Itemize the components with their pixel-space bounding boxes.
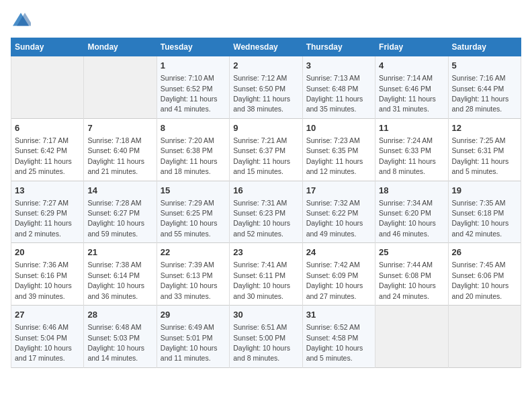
day-number: 16 [233,185,298,197]
day-info: Sunrise: 6:52 AM Sunset: 4:58 PM Dayligh… [306,323,363,362]
calendar-cell: 17Sunrise: 7:32 AM Sunset: 6:22 PM Dayli… [302,181,375,243]
calendar-cell: 15Sunrise: 7:29 AM Sunset: 6:25 PM Dayli… [157,181,229,243]
day-info: Sunrise: 7:41 AM Sunset: 6:11 PM Dayligh… [233,261,290,300]
week-row-4: 27Sunrise: 6:46 AM Sunset: 5:04 PM Dayli… [11,306,521,368]
day-number: 5 [452,60,517,72]
day-header-saturday: Saturday [448,38,521,56]
day-number: 2 [233,60,298,72]
day-number: 7 [87,122,152,134]
calendar-cell: 3Sunrise: 7:13 AM Sunset: 6:48 PM Daylig… [302,56,375,119]
day-header-friday: Friday [375,38,448,56]
day-number: 20 [15,246,80,259]
day-number: 25 [379,246,444,259]
day-info: Sunrise: 7:39 AM Sunset: 6:13 PM Dayligh… [161,261,218,300]
day-number: 23 [233,246,298,259]
calendar-cell: 11Sunrise: 7:24 AM Sunset: 6:33 PM Dayli… [375,118,448,181]
day-number: 18 [379,185,444,197]
day-number: 10 [306,122,371,134]
calendar-cell: 9Sunrise: 7:21 AM Sunset: 6:37 PM Daylig… [230,118,302,181]
day-info: Sunrise: 7:32 AM Sunset: 6:22 PM Dayligh… [306,199,363,238]
calendar-cell: 8Sunrise: 7:20 AM Sunset: 6:38 PM Daylig… [157,118,229,181]
calendar-cell [375,306,448,368]
calendar-cell: 21Sunrise: 7:38 AM Sunset: 6:14 PM Dayli… [84,243,157,306]
calendar-cell: 6Sunrise: 7:17 AM Sunset: 6:42 PM Daylig… [11,118,84,181]
day-info: Sunrise: 6:51 AM Sunset: 5:00 PM Dayligh… [233,323,290,362]
calendar-cell: 23Sunrise: 7:41 AM Sunset: 6:11 PM Dayli… [230,243,302,306]
day-info: Sunrise: 7:36 AM Sunset: 6:16 PM Dayligh… [15,261,72,300]
calendar-cell: 16Sunrise: 7:31 AM Sunset: 6:23 PM Dayli… [230,181,302,243]
calendar-cell: 26Sunrise: 7:45 AM Sunset: 6:06 PM Dayli… [448,243,521,306]
calendar-table: SundayMondayTuesdayWednesdayThursdayFrid… [11,38,521,368]
calendar-cell: 1Sunrise: 7:10 AM Sunset: 6:52 PM Daylig… [157,56,229,119]
day-info: Sunrise: 6:48 AM Sunset: 5:03 PM Dayligh… [87,323,144,362]
calendar-cell: 30Sunrise: 6:51 AM Sunset: 5:00 PM Dayli… [230,306,302,368]
day-info: Sunrise: 7:14 AM Sunset: 6:46 PM Dayligh… [379,74,436,113]
calendar-cell: 19Sunrise: 7:35 AM Sunset: 6:18 PM Dayli… [448,181,521,243]
calendar-cell: 29Sunrise: 6:49 AM Sunset: 5:01 PM Dayli… [157,306,229,368]
day-info: Sunrise: 7:13 AM Sunset: 6:48 PM Dayligh… [306,74,363,113]
week-row-1: 6Sunrise: 7:17 AM Sunset: 6:42 PM Daylig… [11,118,521,181]
day-number: 8 [161,122,226,134]
calendar-cell: 18Sunrise: 7:34 AM Sunset: 6:20 PM Dayli… [375,181,448,243]
day-info: Sunrise: 7:42 AM Sunset: 6:09 PM Dayligh… [306,261,363,300]
calendar-cell: 2Sunrise: 7:12 AM Sunset: 6:50 PM Daylig… [230,56,302,119]
day-number: 27 [15,309,80,321]
day-info: Sunrise: 7:31 AM Sunset: 6:23 PM Dayligh… [233,199,290,238]
calendar-cell: 28Sunrise: 6:48 AM Sunset: 5:03 PM Dayli… [84,306,157,368]
day-number: 3 [306,60,371,72]
day-number: 24 [306,246,371,259]
calendar-cell: 10Sunrise: 7:23 AM Sunset: 6:35 PM Dayli… [302,118,375,181]
day-info: Sunrise: 7:34 AM Sunset: 6:20 PM Dayligh… [379,199,436,238]
day-number: 14 [87,185,152,197]
week-row-2: 13Sunrise: 7:27 AM Sunset: 6:29 PM Dayli… [11,181,521,243]
day-info: Sunrise: 7:21 AM Sunset: 6:37 PM Dayligh… [233,136,290,175]
calendar-cell: 5Sunrise: 7:16 AM Sunset: 6:44 PM Daylig… [448,56,521,119]
day-info: Sunrise: 7:44 AM Sunset: 6:08 PM Dayligh… [379,261,436,300]
day-number: 19 [452,185,517,197]
calendar-cell [448,306,521,368]
day-number: 22 [161,246,226,259]
week-row-3: 20Sunrise: 7:36 AM Sunset: 6:16 PM Dayli… [11,243,521,306]
day-info: Sunrise: 7:18 AM Sunset: 6:40 PM Dayligh… [87,136,144,175]
calendar-cell: 24Sunrise: 7:42 AM Sunset: 6:09 PM Dayli… [302,243,375,306]
day-number: 26 [452,246,517,259]
day-info: Sunrise: 7:17 AM Sunset: 6:42 PM Dayligh… [15,136,72,175]
day-number: 13 [15,185,80,197]
calendar-cell: 20Sunrise: 7:36 AM Sunset: 6:16 PM Dayli… [11,243,84,306]
day-header-monday: Monday [84,38,157,56]
day-info: Sunrise: 7:28 AM Sunset: 6:27 PM Dayligh… [87,199,144,238]
week-row-0: 1Sunrise: 7:10 AM Sunset: 6:52 PM Daylig… [11,56,521,119]
day-info: Sunrise: 7:10 AM Sunset: 6:52 PM Dayligh… [161,74,218,113]
day-info: Sunrise: 7:29 AM Sunset: 6:25 PM Dayligh… [161,199,218,238]
day-number: 21 [87,246,152,259]
day-number: 28 [87,309,152,321]
day-info: Sunrise: 6:49 AM Sunset: 5:01 PM Dayligh… [161,323,218,362]
day-info: Sunrise: 7:45 AM Sunset: 6:06 PM Dayligh… [452,261,509,300]
day-info: Sunrise: 7:12 AM Sunset: 6:50 PM Dayligh… [233,74,290,113]
day-number: 4 [379,60,444,72]
calendar-cell: 13Sunrise: 7:27 AM Sunset: 6:29 PM Dayli… [11,181,84,243]
day-number: 15 [161,185,226,197]
day-header-thursday: Thursday [302,38,375,56]
day-info: Sunrise: 7:24 AM Sunset: 6:33 PM Dayligh… [379,136,436,175]
day-number: 1 [161,60,226,72]
day-number: 30 [233,309,298,321]
calendar-cell [84,56,157,119]
calendar-cell: 27Sunrise: 6:46 AM Sunset: 5:04 PM Dayli… [11,306,84,368]
calendar-cell: 25Sunrise: 7:44 AM Sunset: 6:08 PM Dayli… [375,243,448,306]
day-info: Sunrise: 7:35 AM Sunset: 6:18 PM Dayligh… [452,199,509,238]
day-header-sunday: Sunday [11,38,84,56]
day-info: Sunrise: 7:38 AM Sunset: 6:14 PM Dayligh… [87,261,144,300]
day-number: 17 [306,185,371,197]
day-number: 12 [452,122,517,134]
day-info: Sunrise: 7:20 AM Sunset: 6:38 PM Dayligh… [161,136,218,175]
day-info: Sunrise: 7:25 AM Sunset: 6:31 PM Dayligh… [452,136,509,175]
page-header [11,11,521,31]
calendar-cell: 31Sunrise: 6:52 AM Sunset: 4:58 PM Dayli… [302,306,375,368]
header-row: SundayMondayTuesdayWednesdayThursdayFrid… [11,38,521,56]
day-number: 6 [15,122,80,134]
day-info: Sunrise: 7:16 AM Sunset: 6:44 PM Dayligh… [452,74,509,113]
day-info: Sunrise: 7:23 AM Sunset: 6:35 PM Dayligh… [306,136,363,175]
calendar-cell [11,56,84,119]
day-number: 31 [306,309,371,321]
